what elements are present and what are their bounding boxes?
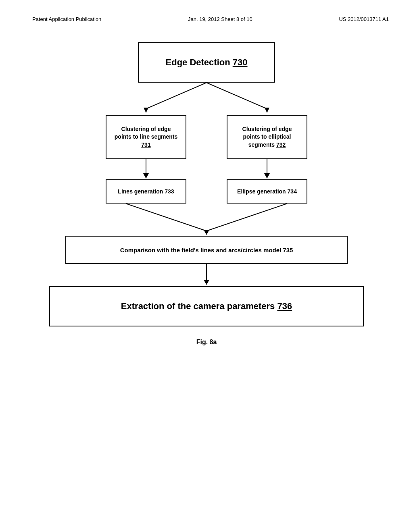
node-732: Clustering of edgepoints to ellipticalse… [227, 115, 307, 159]
svg-marker-1 [144, 108, 148, 113]
merge-svg [65, 204, 348, 236]
node-736-num: 736 [277, 301, 292, 311]
svg-marker-3 [265, 108, 269, 113]
node-730: Edge Detection 730 [138, 42, 275, 83]
node-731-num: 731 [141, 141, 150, 148]
node-731: Clustering of edgepoints to line segment… [106, 115, 186, 159]
node-732-content: Clustering of edgepoints to ellipticalse… [242, 125, 292, 149]
fig-label: Fig. 8a [196, 339, 217, 346]
node-734-label: Ellipse generation 734 [237, 188, 297, 195]
fork-connector [86, 83, 327, 115]
merge-connector [65, 204, 348, 236]
row-731-732: Clustering of edgepoints to line segment… [106, 115, 307, 159]
node-736-label: Extraction of the camera parameters 736 [121, 301, 292, 312]
node-735-label: Comparison with the field's lines and ar… [120, 247, 293, 254]
node-730-num: 730 [233, 57, 248, 67]
node-731-content: Clustering of edgepoints to line segment… [115, 125, 177, 149]
two-arrows-down-1 [86, 159, 327, 179]
node-730-label: Edge Detection 730 [166, 57, 248, 68]
svg-line-8 [126, 204, 206, 231]
two-arrows-svg-1 [86, 159, 327, 179]
svg-line-0 [146, 83, 206, 109]
svg-line-9 [206, 204, 287, 231]
fork-svg [86, 83, 327, 115]
node-733: Lines generation 733 [106, 179, 186, 204]
node-733-num: 733 [165, 188, 174, 195]
svg-line-2 [206, 83, 267, 109]
svg-marker-12 [204, 280, 209, 285]
svg-marker-7 [264, 173, 270, 179]
single-arrow-down [65, 264, 348, 286]
header-right: US 2012/0013711 A1 [339, 16, 389, 22]
header-left: Patent Application Publication [32, 16, 101, 22]
node-734-num: 734 [288, 188, 297, 195]
page: Patent Application Publication Jan. 19, … [0, 0, 413, 532]
node-734: Ellipse generation 734 [227, 179, 307, 204]
node-736: Extraction of the camera parameters 736 [49, 286, 364, 326]
row-733-734: Lines generation 733 Ellipse generation … [106, 179, 307, 204]
svg-marker-5 [143, 173, 149, 179]
single-arrow-svg [65, 264, 348, 286]
node-735-num: 735 [283, 247, 293, 254]
page-header: Patent Application Publication Jan. 19, … [0, 0, 413, 30]
node-735: Comparison with the field's lines and ar… [65, 236, 348, 264]
node-732-num: 732 [276, 141, 286, 148]
header-center: Jan. 19, 2012 Sheet 8 of 10 [188, 16, 252, 22]
svg-marker-10 [204, 230, 209, 235]
node-731-label: Clustering of edgepoints to line segment… [115, 126, 177, 148]
diagram: Edge Detection 730 Clustering of edgepoi… [0, 30, 413, 354]
node-732-label: Clustering of edgepoints to ellipticalse… [242, 126, 292, 148]
node-733-label: Lines generation 733 [118, 188, 174, 195]
